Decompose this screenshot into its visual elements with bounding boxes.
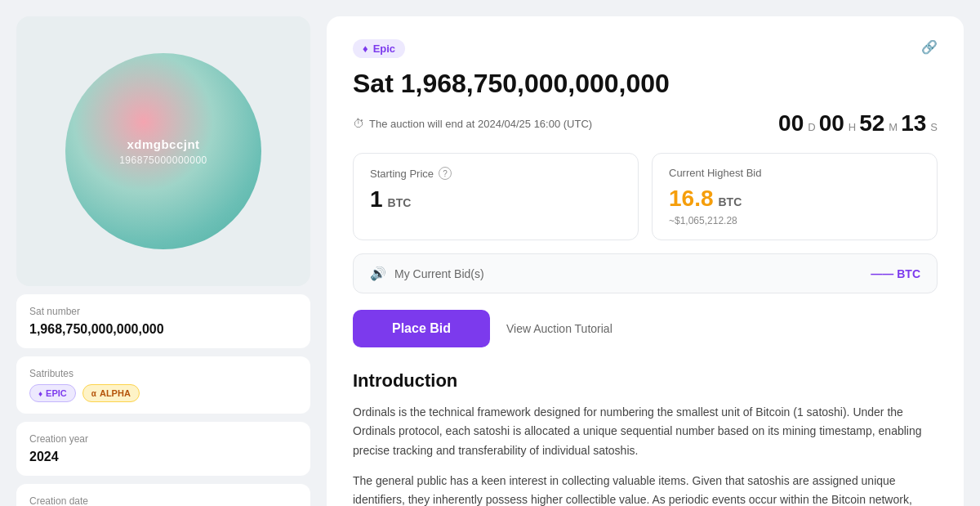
epic-diamond-icon: ♦: [363, 43, 368, 55]
right-panel: ♦ Epic Sat 1,968,750,000,000,000 🔗 ⏱ The…: [327, 16, 964, 506]
badge-epic[interactable]: ♦ EPIC: [29, 384, 76, 402]
speaker-icon: 🔊: [370, 266, 386, 281]
minutes-unit: M: [889, 121, 898, 133]
days-value: 00: [778, 110, 804, 137]
my-bid-value: —— BTC: [871, 267, 920, 280]
highest-bid-label: Current Highest Bid: [669, 167, 920, 179]
left-panel: xdmgbccjnt 196875000000000 Sat number 1,…: [16, 16, 310, 506]
intro-para-1: Ordinals is the technical framework desi…: [353, 403, 938, 459]
creation-year-card: Creation year 2024: [16, 422, 310, 476]
auction-end-label: The auction will end at 2024/04/25 16:00…: [369, 118, 592, 130]
my-bid-bar: 🔊 My Current Bid(s) —— BTC: [353, 253, 938, 293]
introduction-section: Introduction Ordinals is the technical f…: [353, 370, 938, 506]
starting-price-card: Starting Price ? 1 BTC: [353, 153, 639, 240]
sat-number-value: 1,968,750,000,000,000: [29, 322, 297, 337]
highest-bid-currency: BTC: [719, 195, 742, 208]
intro-title: Introduction: [353, 370, 938, 392]
epic-tag: ♦ Epic: [353, 39, 405, 58]
artwork-name: xdmgbccjnt: [127, 137, 199, 151]
seconds-value: 13: [901, 110, 926, 137]
minutes-value: 52: [859, 110, 884, 137]
actions-row: Place Bid View Auction Tutorial: [353, 310, 938, 347]
intro-para-2: The general public has a keen interest i…: [353, 472, 938, 506]
creation-year-label: Creation year: [29, 433, 297, 445]
highest-bid-usd: ~$1,065,212.28: [669, 215, 920, 226]
sat-number-card: Sat number 1,968,750,000,000,000: [16, 294, 310, 348]
hours-value: 00: [819, 110, 844, 137]
highest-bid-card: Current Highest Bid 16.8 BTC ~$1,065,212…: [652, 153, 938, 240]
alpha-icon: α: [91, 389, 96, 398]
starting-price-currency: BTC: [388, 196, 412, 209]
epic-label: EPIC: [46, 388, 67, 398]
bid-cards-row: Starting Price ? 1 BTC Current Highest B…: [353, 153, 938, 240]
tutorial-link[interactable]: View Auction Tutorial: [506, 322, 612, 335]
clock-icon: ⏱: [353, 117, 364, 130]
artwork-circle: xdmgbccjnt 196875000000000: [65, 53, 261, 249]
copy-link-icon[interactable]: 🔗: [921, 39, 938, 55]
place-bid-button[interactable]: Place Bid: [353, 310, 490, 347]
auction-end-text: ⏱ The auction will end at 2024/04/25 16:…: [353, 117, 592, 130]
seconds-unit: S: [930, 121, 938, 133]
alpha-label: ALPHA: [100, 388, 131, 398]
artwork-card: xdmgbccjnt 196875000000000: [16, 16, 310, 286]
creation-date-card: Creation date: [16, 484, 310, 506]
satributes-card: Satributes ♦ EPIC α ALPHA: [16, 356, 310, 414]
my-bid-label: My Current Bid(s): [394, 267, 484, 280]
badge-alpha[interactable]: α ALPHA: [82, 384, 140, 402]
starting-price-label: Starting Price ?: [370, 167, 621, 180]
auction-info-row: ⏱ The auction will end at 2024/04/25 16:…: [353, 110, 938, 137]
countdown: 00 D 00 H 52 M 13 S: [778, 110, 938, 137]
satributes-label: Satributes: [29, 368, 297, 379]
artwork-number: 196875000000000: [119, 154, 207, 166]
creation-year-value: 2024: [29, 450, 297, 464]
highest-bid-amount: 16.8 BTC: [669, 186, 920, 212]
creation-date-label: Creation date: [29, 495, 297, 506]
epic-tag-label: Epic: [373, 43, 395, 55]
starting-price-value: 1: [370, 186, 383, 213]
starting-price-amount: 1 BTC: [370, 186, 621, 213]
satributes-badges: ♦ EPIC α ALPHA: [29, 384, 297, 402]
sat-title: Sat 1,968,750,000,000,000: [353, 68, 670, 99]
epic-icon: ♦: [38, 389, 42, 398]
hours-unit: H: [849, 121, 856, 133]
sat-number-label: Sat number: [29, 306, 297, 317]
days-unit: D: [808, 121, 815, 133]
starting-price-help-icon[interactable]: ?: [439, 167, 452, 180]
highest-bid-value: 16.8: [669, 186, 714, 212]
